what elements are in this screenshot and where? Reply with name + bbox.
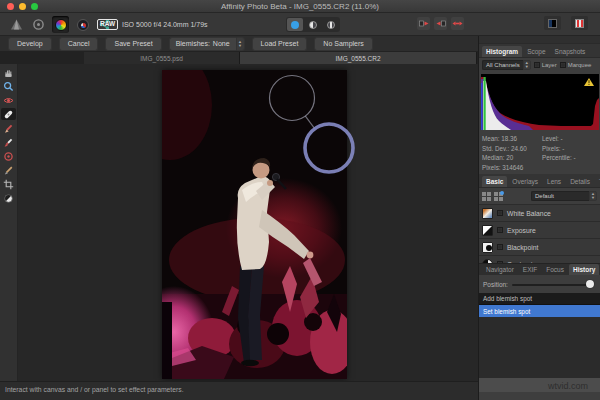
toggle-studio-button[interactable]: [571, 16, 588, 30]
tab-img-0555-cr2[interactable]: IMG_0555.CR2: [240, 52, 477, 64]
blemishes-label: Blemishes:: [176, 40, 210, 47]
preset-row: Default ▲▼: [479, 188, 600, 205]
blemishes-dropdown[interactable]: Blemishes: None ▲▼: [169, 37, 245, 51]
adjustment-blackpoint[interactable]: Blackpoint: [479, 239, 600, 256]
history-list: Add blemish spot Set blemish spot: [479, 293, 600, 317]
stat-pixels-at: Pixels: -: [542, 144, 597, 154]
hand-tool-icon[interactable]: [1, 66, 16, 78]
history-item-add-blemish[interactable]: Add blemish spot: [479, 293, 600, 305]
tab-navigator[interactable]: Navigator: [482, 264, 518, 275]
studio-panel: Histogram Scope Snapshots All Channels ▲…: [478, 36, 600, 400]
exposure-icon: [482, 225, 493, 236]
stat-level: Level: -: [542, 134, 597, 144]
slider-knob[interactable]: [586, 280, 594, 288]
sampler-tool-icon[interactable]: [1, 164, 16, 176]
white-balance-tool-icon[interactable]: [1, 192, 16, 204]
tab-histogram[interactable]: Histogram: [482, 46, 522, 57]
white-balance-checkbox[interactable]: [497, 210, 503, 216]
blackpoint-checkbox[interactable]: [497, 244, 503, 250]
tab-scope[interactable]: Scope: [523, 46, 549, 57]
show-clipped-shadows-button[interactable]: [417, 17, 430, 30]
tab-tones[interactable]: Tones: [595, 176, 600, 187]
layer-checkbox[interactable]: Layer: [534, 62, 557, 68]
exposure-checkbox[interactable]: [497, 227, 503, 233]
toggle-assistant-button[interactable]: [544, 16, 561, 30]
channel-select[interactable]: All Channels ▲▼: [482, 60, 531, 70]
tool-rail: [0, 64, 18, 381]
marquee-checkbox[interactable]: Marquee: [560, 62, 592, 68]
tab-exif[interactable]: EXIF: [519, 264, 541, 275]
tab-img-0555-psd[interactable]: IMG_0555.psd: [84, 52, 240, 64]
view-mode-group: [286, 17, 340, 32]
overlay-erase-tool-icon[interactable]: [1, 136, 16, 148]
tab-basic[interactable]: Basic: [482, 176, 507, 187]
overlay-paint-tool-icon[interactable]: [1, 122, 16, 134]
histogram-controls: All Channels ▲▼ Layer Marquee: [479, 58, 600, 72]
add-preset-icon[interactable]: [494, 192, 503, 201]
histogram-stats: Mean: 18.36 Std. Dev.: 24.60 Median: 20 …: [479, 132, 600, 174]
crop-tool-icon[interactable]: [1, 178, 16, 190]
main-toolbar: RAW ISO 5000 f/4 24.0mm 1/79s: [0, 13, 600, 36]
tab-lens[interactable]: Lens: [543, 176, 565, 187]
no-samplers-button[interactable]: No Samplers: [314, 37, 372, 51]
tab-overlays[interactable]: Overlays: [508, 176, 542, 187]
history-empty-area: [479, 317, 600, 378]
history-position-slider[interactable]: [512, 280, 594, 289]
single-view-button[interactable]: [287, 18, 303, 31]
tone-mapping-persona-icon[interactable]: [30, 16, 47, 33]
history-position-row: Position:: [479, 275, 600, 293]
tab-focus[interactable]: Focus: [542, 264, 568, 275]
load-preset-button[interactable]: Load Preset: [252, 37, 308, 51]
window-title: Affinity Photo Beta - IMG_0555.CR2 (11.0…: [0, 2, 600, 11]
adjustments-tab-bar: Basic Overlays Lens Details Tones: [479, 174, 600, 188]
stat-mean: Mean: 18.36: [482, 134, 540, 144]
liquify-persona-icon[interactable]: [74, 16, 91, 33]
photo-persona-icon[interactable]: [52, 16, 69, 33]
show-clipped-highlights-button[interactable]: [434, 17, 447, 30]
exif-info-text: ISO 5000 f/4 24.0mm 1/79s: [122, 21, 208, 28]
adjustment-contrast[interactable]: Contrast: [479, 256, 600, 263]
split-view-button[interactable]: [305, 18, 321, 31]
tab-details[interactable]: Details: [566, 176, 594, 187]
panel-footer: wtvid.com: [479, 378, 600, 400]
blemishes-stepper[interactable]: ▲▼: [236, 37, 245, 51]
clipping-warning-group: [417, 17, 464, 30]
tab-history[interactable]: History: [569, 264, 599, 275]
develop-persona-icon[interactable]: [8, 16, 25, 33]
develop-canvas[interactable]: [18, 64, 478, 381]
tab-snapshots[interactable]: Snapshots: [551, 46, 590, 57]
save-preset-button[interactable]: Save Preset: [105, 37, 161, 51]
zoom-tool-icon[interactable]: [1, 80, 16, 92]
develop-button[interactable]: Develop: [8, 37, 52, 51]
histogram-tab-bar: Histogram Scope Snapshots: [479, 44, 600, 58]
preset-select[interactable]: Default ▲▼: [531, 191, 597, 201]
blemish-removal-tool-icon[interactable]: [1, 108, 16, 120]
develop-toolbar: Develop Cancel Save Preset Blemishes: No…: [0, 36, 478, 52]
blemishes-value: None: [213, 40, 230, 47]
stat-percentile: Percentile: -: [542, 153, 597, 163]
blackpoint-icon: [482, 242, 493, 253]
status-message: Interact with canvas and / or panel to s…: [0, 382, 478, 393]
adjustment-white-balance[interactable]: White Balance: [479, 205, 600, 222]
position-label: Position:: [483, 281, 508, 288]
adjustments-list: White Balance Exposure Blackpoint Contra…: [479, 205, 600, 263]
mirror-view-button[interactable]: [323, 18, 339, 31]
history-item-set-blemish[interactable]: Set blemish spot: [479, 305, 600, 317]
photo-concert[interactable]: [162, 70, 347, 379]
stat-pixels: Pixels: 314646: [482, 163, 540, 173]
histogram-green-channel: [484, 77, 486, 130]
red-eye-removal-tool-icon[interactable]: [1, 94, 16, 106]
stat-median: Median: 20: [482, 153, 540, 163]
right-toolbar-group: [544, 16, 588, 30]
stat-std-dev: Std. Dev.: 24.60: [482, 144, 540, 154]
status-bar: Interact with canvas and / or panel to s…: [0, 381, 478, 400]
document-tab-bar: IMG_0555.psd IMG_0555.CR2: [0, 52, 478, 64]
affinity-photo-window: Affinity Photo Beta - IMG_0555.CR2 (11.0…: [0, 0, 600, 400]
apply-preset-icon[interactable]: [482, 192, 491, 201]
cancel-button[interactable]: Cancel: [59, 37, 99, 51]
show-clipped-tones-button[interactable]: [451, 17, 464, 30]
overlay-gradient-tool-icon[interactable]: [1, 150, 16, 162]
adjustment-exposure[interactable]: Exposure: [479, 222, 600, 239]
white-balance-icon: [482, 208, 493, 219]
histogram-display[interactable]: [481, 74, 598, 130]
